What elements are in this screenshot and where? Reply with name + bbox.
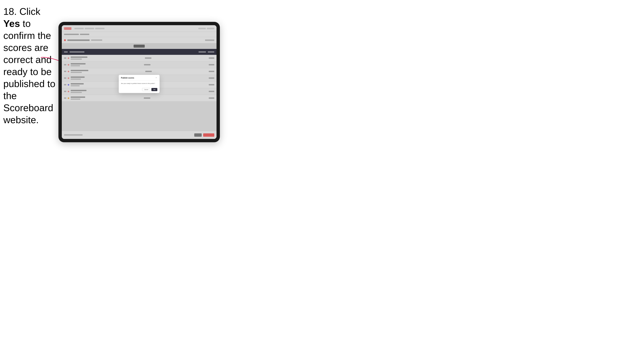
- modal-header: Publish scores ×: [119, 75, 160, 81]
- modal-footer: Cancel Yes: [119, 86, 160, 93]
- modal-title: Publish scores: [121, 77, 134, 79]
- tablet-device: Publish scores × Are you ready to publis…: [58, 22, 220, 142]
- publish-scores-dialog: Publish scores × Are you ready to publis…: [119, 75, 160, 93]
- modal-body: Are you ready to publish these scores to…: [119, 81, 160, 86]
- instruction-text: 18. Click Yes to confirm the scores are …: [3, 5, 57, 126]
- modal-overlay: Publish scores × Are you ready to publis…: [62, 25, 216, 139]
- modal-close-button[interactable]: ×: [155, 77, 157, 79]
- step-text: 18. Click Yes to confirm the scores are …: [3, 6, 55, 125]
- yes-button[interactable]: Yes: [152, 88, 157, 91]
- modal-message: Are you ready to publish these scores to…: [121, 82, 157, 84]
- tablet-screen: Publish scores × Are you ready to publis…: [62, 25, 216, 139]
- cancel-button[interactable]: Cancel: [142, 88, 150, 91]
